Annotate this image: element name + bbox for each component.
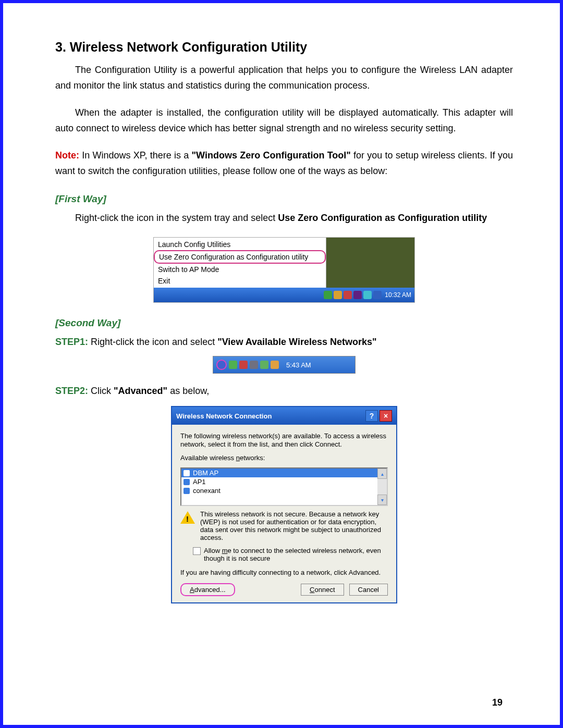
connect-button[interactable]: Connect (301, 584, 344, 596)
scroll-down-icon[interactable]: ▾ (377, 495, 387, 505)
network-list-item[interactable]: conexant (181, 486, 387, 495)
tray-icon[interactable] (260, 361, 268, 369)
tray-icon[interactable] (250, 361, 258, 369)
page-number: 19 (492, 697, 503, 708)
warning-icon (180, 511, 195, 524)
menu-item-ap-mode[interactable]: Switch to AP Mode (154, 264, 326, 275)
tray-icon[interactable] (363, 291, 372, 299)
paragraph-intro-2: When the adapter is installed, the confi… (55, 105, 513, 136)
tray-icon[interactable] (271, 361, 279, 369)
advanced-button[interactable]: Advanced... (180, 583, 235, 596)
network-list-item[interactable]: DBM AP (181, 468, 387, 477)
network-name: DBM AP (193, 469, 218, 477)
network-icon (183, 470, 190, 476)
step2-bold: "Advanced" (114, 386, 167, 396)
network-icon (183, 488, 190, 494)
system-tray-2 (216, 360, 279, 370)
tray-icon[interactable] (239, 361, 248, 369)
paragraph-intro-1: The Configuration Utility is a powerful … (55, 62, 513, 93)
tray-icon[interactable] (373, 291, 382, 299)
context-menu: Launch Config Utilities Use Zero Configu… (154, 238, 326, 288)
cancel-button[interactable]: Cancel (349, 584, 388, 596)
help-button[interactable]: ? (365, 410, 378, 422)
allow-connect-checkbox[interactable] (193, 547, 201, 555)
warning-text: This wireless network is not secure. Bec… (200, 510, 388, 541)
tray-icon[interactable] (334, 291, 342, 299)
scrollbar[interactable]: ▴ ▾ (377, 468, 387, 505)
step1-bold: "View Available Wireless Networks" (217, 337, 376, 347)
networks-listbox[interactable]: DBM APAP1conexant ▴ ▾ (180, 467, 388, 506)
first-way-heading: [First Way] (55, 193, 513, 205)
dialog-titlebar: Wireless Network Connection ? × (172, 407, 396, 425)
section-heading: 3. Wireless Network Configuration Utilit… (55, 40, 513, 55)
network-list-item[interactable]: AP1 (181, 477, 387, 486)
screenshot-tray-strip: 5:43 AM (213, 356, 356, 374)
wireless-connection-dialog: Wireless Network Connection ? × The foll… (171, 406, 397, 603)
network-name: AP1 (193, 478, 206, 486)
dialog-intro-text: The following wireless network(s) are av… (180, 432, 388, 449)
dialog-title-text: Wireless Network Connection (176, 412, 272, 420)
checkbox-label: Allow me to connect to the selected wire… (204, 547, 388, 562)
list-label: Available wireless networks: (180, 454, 388, 462)
system-tray (324, 291, 382, 299)
desktop-background (326, 238, 414, 288)
first-way-text: Right-click the icon in the system tray … (55, 210, 513, 226)
wireless-tray-icon[interactable] (216, 360, 227, 370)
tray-icon[interactable] (344, 291, 352, 299)
paragraph-note: Note: In Windows XP, there is a "Windows… (55, 147, 513, 179)
menu-item-exit[interactable]: Exit (154, 275, 326, 287)
tray-icon[interactable] (324, 291, 332, 299)
step2-line: STEP2: Click "Advanced" as below, (55, 383, 513, 399)
screenshot-context-menu: Launch Config Utilities Use Zero Configu… (153, 237, 415, 303)
tray-icon[interactable] (229, 361, 237, 369)
menu-item-launch[interactable]: Launch Config Utilities (154, 239, 326, 250)
step1-label: STEP1: (55, 337, 88, 347)
network-name: conexant (193, 487, 221, 495)
note-label: Note: (55, 150, 79, 161)
scroll-up-icon[interactable]: ▴ (377, 468, 387, 479)
clock-2: 5:43 AM (286, 361, 311, 369)
close-button[interactable]: × (380, 410, 392, 422)
trouble-text: If you are having difficulty connecting … (180, 569, 388, 577)
tray-icon[interactable] (353, 291, 362, 299)
clock: 10:32 AM (385, 291, 411, 299)
step1-line: STEP1: Right-click the icon and select "… (55, 334, 513, 350)
step2-label: STEP2: (55, 386, 88, 396)
note-bold-tool: "Windows Zero Configuration Tool" (192, 150, 351, 161)
first-way-bold: Use Zero Configuration as Configuration … (278, 213, 487, 223)
taskbar: 10:32 AM (154, 288, 414, 302)
network-icon (183, 479, 190, 485)
second-way-heading: [Second Way] (55, 317, 513, 329)
menu-item-zero-config[interactable]: Use Zero Configuration as Configuration … (154, 250, 326, 264)
